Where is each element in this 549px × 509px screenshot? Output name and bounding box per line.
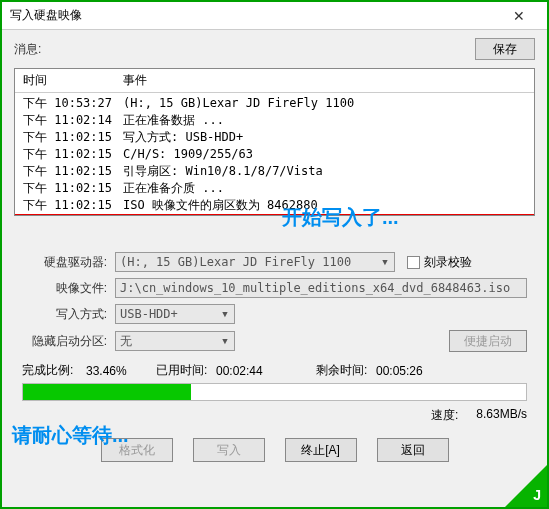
corner-badge-icon: J	[505, 465, 547, 507]
log-header-event: 事件	[123, 72, 526, 89]
write-mode-label: 写入方式:	[22, 306, 107, 323]
back-button[interactable]: 返回	[377, 438, 449, 462]
burn-verify-wrap[interactable]: 刻录校验	[407, 254, 472, 271]
speed-label: 速度:	[431, 407, 458, 424]
drive-combo[interactable]: (H:, 15 GB)Lexar JD FireFly 1100▼	[115, 252, 395, 272]
log-row: 下午 11:02:15ISO 映像文件的扇区数为 8462880	[15, 197, 534, 214]
progress-bar	[22, 383, 527, 401]
burn-verify-checkbox[interactable]	[407, 256, 420, 269]
write-button: 写入	[193, 438, 265, 462]
drive-row: 硬盘驱动器: (H:, 15 GB)Lexar JD FireFly 1100▼…	[22, 252, 527, 272]
dialog-window: 写入硬盘映像 ✕ 消息: 保存 时间 事件 下午 10:53:27(H:, 15…	[0, 0, 549, 509]
message-label: 消息:	[14, 41, 475, 58]
titlebar: 写入硬盘映像 ✕	[2, 2, 547, 30]
stats-row: 完成比例: 33.46% 已用时间: 00:02:44 剩余时间: 00:05:…	[22, 362, 527, 379]
abort-button[interactable]: 终止[A]	[285, 438, 357, 462]
elapsed-value: 00:02:44	[216, 364, 286, 378]
save-button[interactable]: 保存	[475, 38, 535, 60]
write-mode-combo[interactable]: USB-HDD+▼	[115, 304, 235, 324]
remaining-label: 剩余时间:	[316, 362, 376, 379]
close-icon[interactable]: ✕	[499, 2, 539, 30]
remaining-value: 00:05:26	[376, 364, 446, 378]
log-row: 下午 11:02:15引导扇区: Win10/8.1/8/7/Vista	[15, 163, 534, 180]
log-row: 下午 11:02:15写入方式: USB-HDD+	[15, 129, 534, 146]
image-label: 映像文件:	[22, 280, 107, 297]
chevron-down-icon: ▼	[218, 336, 232, 346]
log-row: 下午 11:02:14正在准备数据 ...	[15, 112, 534, 129]
log-header: 时间 事件	[15, 69, 534, 93]
log-row: 下午 10:53:27(H:, 15 GB)Lexar JD FireFly 1…	[15, 95, 534, 112]
hidden-boot-row: 隐藏启动分区: 无▼ 便捷启动	[22, 330, 527, 352]
log-listbox[interactable]: 时间 事件 下午 10:53:27(H:, 15 GB)Lexar JD Fir…	[14, 68, 535, 216]
progress-wrap	[22, 383, 527, 401]
burn-verify-label: 刻录校验	[424, 254, 472, 271]
chevron-down-icon: ▼	[378, 257, 392, 267]
progress-label: 完成比例:	[22, 362, 86, 379]
image-file-field[interactable]: J:\cn_windows_10_multiple_editions_x64_d…	[115, 278, 527, 298]
hidden-boot-combo[interactable]: 无▼	[115, 331, 235, 351]
window-title: 写入硬盘映像	[10, 7, 499, 24]
speed-row: 速度: 8.63MB/s	[2, 401, 547, 424]
chevron-down-icon: ▼	[218, 309, 232, 319]
write-mode-row: 写入方式: USB-HDD+▼	[22, 304, 527, 324]
portable-boot-button: 便捷启动	[449, 330, 527, 352]
hidden-boot-label: 隐藏启动分区:	[22, 333, 107, 350]
log-row: 下午 11:02:15C/H/S: 1909/255/63	[15, 146, 534, 163]
progress-fill	[23, 384, 191, 400]
form-area: 硬盘驱动器: (H:, 15 GB)Lexar JD FireFly 1100▼…	[2, 252, 547, 352]
overlay-please-wait: 请耐心等待...	[12, 422, 129, 449]
image-row: 映像文件: J:\cn_windows_10_multiple_editions…	[22, 278, 527, 298]
overlay-start-writing: 开始写入了...	[282, 204, 399, 231]
progress-value: 33.46%	[86, 364, 156, 378]
elapsed-label: 已用时间:	[156, 362, 216, 379]
log-row-highlighted: 下午 11:02:15开始写入 ...	[15, 214, 534, 216]
log-body: 下午 10:53:27(H:, 15 GB)Lexar JD FireFly 1…	[15, 93, 534, 216]
message-row: 消息: 保存	[2, 30, 547, 64]
log-row: 下午 11:02:15正在准备介质 ...	[15, 180, 534, 197]
speed-value: 8.63MB/s	[476, 407, 527, 424]
drive-label: 硬盘驱动器:	[22, 254, 107, 271]
log-header-time: 时间	[23, 72, 123, 89]
